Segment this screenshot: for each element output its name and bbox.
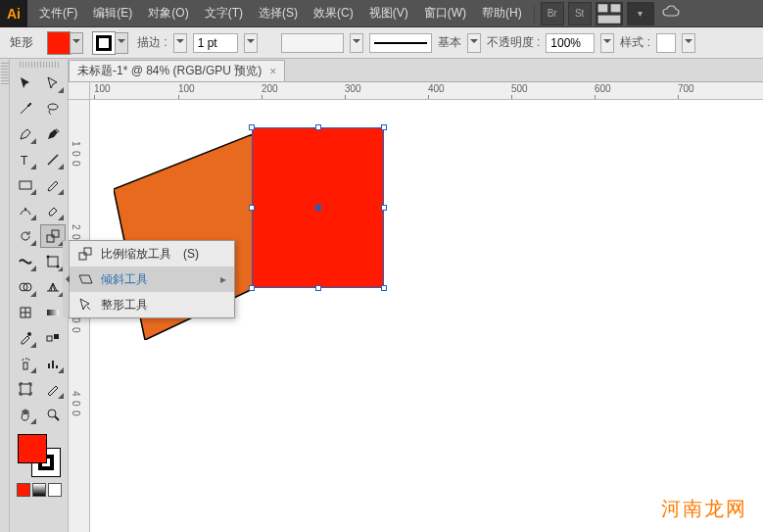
- flyout-item-scale[interactable]: 比例缩放工具 (S): [70, 241, 234, 266]
- flyout-item-shear[interactable]: 倾斜工具 ▸: [70, 266, 234, 292]
- scale-tool[interactable]: [40, 224, 66, 248]
- pen-tool[interactable]: [13, 122, 38, 146]
- fill-stroke-control[interactable]: [18, 434, 61, 477]
- shape-type-label: 矩形: [10, 34, 33, 51]
- artwork-red-rectangle[interactable]: [252, 127, 384, 288]
- variable-width-dropdown-icon[interactable]: [350, 33, 363, 53]
- fill-swatch[interactable]: [47, 31, 71, 55]
- menu-object[interactable]: 对象(O): [140, 0, 196, 27]
- type-tool[interactable]: T: [13, 148, 38, 171]
- symbol-sprayer-tool[interactable]: [13, 352, 38, 375]
- menu-help[interactable]: 帮助(H): [474, 0, 530, 27]
- svg-rect-9: [47, 235, 54, 242]
- svg-line-29: [55, 416, 59, 420]
- arrange-documents-icon[interactable]: [596, 2, 623, 25]
- zoom-tool[interactable]: [40, 403, 66, 426]
- menu-view[interactable]: 视图(V): [361, 0, 416, 27]
- curvature-tool[interactable]: [40, 122, 66, 146]
- menu-window[interactable]: 窗口(W): [416, 0, 474, 27]
- stroke-weight-dropdown-icon[interactable]: [244, 33, 258, 53]
- ruler-tick: 4: [71, 391, 81, 397]
- gradient-tool[interactable]: [40, 301, 66, 324]
- style-dropdown-icon[interactable]: [682, 33, 695, 53]
- rectangle-tool[interactable]: [13, 173, 38, 197]
- selection-tool[interactable]: [13, 72, 38, 95]
- ruler-tick: 100: [178, 83, 195, 94]
- ruler-tick: 200: [262, 83, 278, 94]
- rotate-tool[interactable]: [13, 224, 38, 248]
- opacity-dropdown-icon[interactable]: [600, 33, 614, 53]
- workspace-switcher-icon[interactable]: ▾: [627, 2, 654, 25]
- fill-box-icon[interactable]: [18, 434, 47, 463]
- artboard-tool[interactable]: [13, 377, 38, 401]
- lasso-tool[interactable]: [40, 97, 66, 121]
- submenu-arrow-icon: ▸: [220, 272, 226, 286]
- ruler-tick: 400: [428, 83, 445, 94]
- stroke-weight-input[interactable]: 1 pt: [193, 33, 238, 53]
- fill-dropdown-icon[interactable]: [70, 32, 83, 54]
- width-tool[interactable]: [13, 250, 38, 273]
- menu-type[interactable]: 文字(T): [197, 0, 251, 27]
- svg-rect-32: [84, 248, 91, 255]
- svg-rect-0: [597, 4, 607, 12]
- watermark-text: 河南龙网: [661, 496, 747, 522]
- panel-collapse-strip[interactable]: [0, 59, 10, 532]
- stroke-swatch[interactable]: [92, 31, 116, 55]
- tools-grip-icon[interactable]: [20, 62, 59, 68]
- direct-selection-tool[interactable]: [40, 72, 66, 95]
- tab-close-icon[interactable]: ×: [269, 65, 276, 78]
- selection-center-icon[interactable]: [315, 205, 321, 211]
- flyout-item-reshape[interactable]: 整形工具: [70, 292, 234, 317]
- selection-handle[interactable]: [315, 285, 321, 291]
- line-segment-tool[interactable]: [40, 148, 66, 171]
- selection-handle[interactable]: [249, 124, 255, 130]
- menu-edit[interactable]: 编辑(E): [85, 0, 140, 27]
- selection-handle[interactable]: [315, 124, 321, 130]
- svg-rect-1: [610, 4, 620, 12]
- svg-rect-25: [52, 361, 54, 368]
- flyout-label: 整形工具: [101, 297, 148, 314]
- variable-width-profile[interactable]: [281, 33, 344, 53]
- flyout-tearoff-icon[interactable]: [63, 241, 70, 317]
- eraser-tool[interactable]: [40, 199, 66, 222]
- column-graph-tool[interactable]: [40, 352, 66, 375]
- selection-handle[interactable]: [249, 285, 255, 291]
- selection-handle[interactable]: [381, 124, 387, 130]
- document-tab[interactable]: 未标题-1* @ 84% (RGB/GPU 预览) ×: [69, 60, 285, 81]
- style-label: 样式 :: [620, 34, 650, 51]
- sync-icon[interactable]: [662, 5, 680, 22]
- hand-tool[interactable]: [13, 403, 38, 426]
- selection-handle[interactable]: [381, 285, 387, 291]
- stock-icon[interactable]: St: [568, 2, 592, 25]
- eyedropper-tool[interactable]: [13, 326, 38, 350]
- horizontal-ruler[interactable]: 100 100 200 300 400 500 600 700: [90, 82, 763, 100]
- svg-rect-27: [21, 384, 30, 394]
- menu-file[interactable]: 文件(F): [31, 0, 85, 27]
- none-mode-icon[interactable]: [48, 483, 62, 497]
- brush-dropdown-icon[interactable]: [467, 33, 481, 53]
- paintbrush-tool[interactable]: [40, 173, 66, 197]
- menu-select[interactable]: 选择(S): [251, 0, 306, 27]
- shaper-tool[interactable]: [13, 199, 38, 222]
- menu-effect[interactable]: 效果(C): [306, 0, 361, 27]
- shape-builder-tool[interactable]: [13, 275, 38, 299]
- selection-handle[interactable]: [249, 205, 255, 211]
- bridge-icon[interactable]: Br: [541, 2, 564, 25]
- stroke-weight-stepper[interactable]: [173, 33, 187, 53]
- graphic-style-swatch[interactable]: [656, 33, 676, 53]
- color-mode-icon[interactable]: [17, 483, 30, 497]
- ruler-tick: 0: [71, 401, 81, 407]
- ruler-tick: 0: [71, 161, 81, 167]
- blend-tool[interactable]: [40, 326, 66, 350]
- mesh-tool[interactable]: [13, 301, 38, 324]
- free-transform-tool[interactable]: [40, 250, 66, 273]
- stroke-dropdown-icon[interactable]: [115, 32, 128, 54]
- gradient-mode-icon[interactable]: [32, 483, 46, 497]
- brush-definition[interactable]: [369, 33, 432, 53]
- brush-label: 基本: [438, 34, 461, 51]
- magic-wand-tool[interactable]: [13, 97, 38, 121]
- slice-tool[interactable]: [40, 377, 66, 401]
- selection-handle[interactable]: [381, 205, 387, 211]
- opacity-input[interactable]: 100%: [546, 33, 595, 53]
- ruler-origin[interactable]: [69, 82, 90, 100]
